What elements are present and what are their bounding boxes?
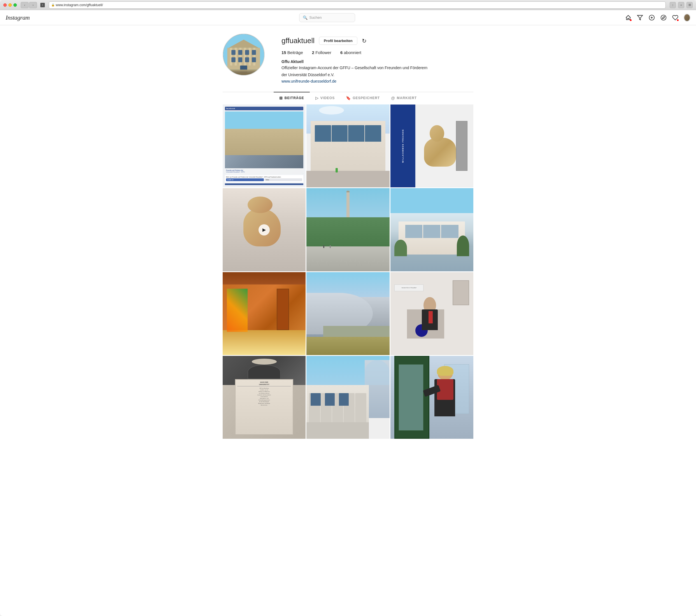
saved-tab-label: GESPEICHERT (353, 96, 380, 100)
profile-stats: 15 Beiträge 2 Follower 6 abonniert (282, 50, 473, 55)
url-text: www.instagram.com/gffuaktuell/ (56, 3, 103, 7)
tab-posts[interactable]: ⊞ BEITRÄGE (274, 92, 310, 103)
back-button[interactable]: ‹ (21, 2, 29, 8)
nav-avatar[interactable] (684, 14, 691, 21)
follower-count: 2 (312, 50, 314, 55)
profile-avatar (223, 34, 265, 76)
profile-display-name: Gffu Aktuell (282, 59, 473, 64)
share-button[interactable]: ↑ (670, 2, 676, 8)
svg-rect-25 (225, 71, 263, 72)
follower-stat[interactable]: 2 Follower (312, 50, 331, 55)
tab-saved[interactable]: 🔖 GESPEICHERT (340, 92, 385, 103)
grid-post-6[interactable] (391, 188, 473, 271)
videos-tab-label: VIDEOS (320, 96, 335, 100)
favicon: i (40, 3, 45, 7)
fb-post-image: Freunde und Förderer der Universität Düs… (225, 111, 303, 174)
industrie-club-sign: Industrie Club e.V. Düsseldorf (402, 287, 416, 288)
interior-post-content (223, 272, 305, 355)
nav-icons (625, 14, 691, 21)
fb-logo-area: Freunde und Förderer der Universität Düs… (225, 168, 303, 174)
play-button[interactable]: ▶ (258, 224, 270, 236)
tagged-tab-label: MARKIERT (397, 96, 417, 100)
ig-header: Instagram 🔍 Suchen (0, 10, 696, 25)
profile-bio-line2: der Universität Düsseldorf e.V. (282, 72, 473, 78)
grid-post-5[interactable] (306, 188, 389, 271)
fb-post-footer: Mehr von Freunde und Förderer der Univer… (225, 175, 303, 182)
forward-button[interactable]: › (29, 2, 37, 8)
tab-button[interactable]: ⊞ (686, 2, 693, 8)
filter-icon[interactable] (637, 14, 643, 21)
curved-building-content (306, 272, 389, 355)
search-placeholder: Suchen (309, 15, 321, 20)
lock-icon: 🔒 (51, 3, 54, 6)
close-button[interactable] (3, 3, 7, 7)
add-icon[interactable] (648, 14, 655, 21)
grid-post-7[interactable] (223, 272, 305, 355)
following-count: 6 (340, 50, 343, 55)
search-icon: 🔍 (303, 15, 307, 20)
instagram-page: Instagram 🔍 Suchen (0, 10, 696, 616)
svg-rect-20 (238, 58, 242, 62)
mac-titlebar: ‹ › i 🔒 www.instagram.com/gffuaktuell/ ↑… (0, 0, 696, 10)
garden-building (398, 222, 465, 255)
grid-post-8[interactable] (306, 272, 389, 355)
stone-post-content: HAUS DERUNIVERSITÄT 1867 als Backhaus er… (223, 356, 305, 439)
welcome-right-area (415, 104, 473, 187)
refresh-icon[interactable]: ↻ (362, 37, 367, 44)
fb-like-btn: Gefällt mir (226, 178, 264, 181)
home-notification-dot (630, 19, 632, 21)
grid-post-4[interactable]: ▶ (223, 188, 305, 271)
browser-right-controls: ↑ + ⊞ (670, 2, 693, 8)
maximize-button[interactable] (13, 3, 17, 7)
address-bar[interactable]: 🔒 www.instagram.com/gffuaktuell/ (49, 1, 666, 9)
avatar-image (223, 34, 264, 75)
fb-buttons: Gefällt mir Teilen (226, 178, 302, 181)
profile-bio-line1: Offizieller Instagram-Account der GFFU –… (282, 65, 473, 71)
heart-notification-dot (677, 19, 679, 21)
bookmark-button[interactable]: + (678, 2, 684, 8)
svg-rect-22 (252, 58, 256, 62)
grid-post-9[interactable]: Industrie Club e.V. Düsseldorf (391, 272, 473, 355)
minimize-button[interactable] (9, 3, 12, 7)
interior-door (277, 289, 289, 330)
svg-rect-19 (231, 58, 236, 62)
videos-tab-icon: ▷ (315, 96, 319, 100)
grid-post-1[interactable]: facebook Freunde und Förderer der Univer… (223, 104, 305, 187)
grid-post-10[interactable]: HAUS DERUNIVERSITÄT 1867 als Backhaus er… (223, 356, 305, 439)
profile-info: gffuaktuell Profil bearbeiten ↻ 15 Beitr… (282, 34, 473, 83)
profile-username: gffuaktuell (282, 36, 315, 45)
profile-tabs: ⊞ BEITRÄGE ▷ VIDEOS 🔖 GESPEICHERT @ MARK… (223, 92, 473, 103)
posts-tab-label: BEITRÄGE (285, 96, 304, 100)
tab-videos[interactable]: ▷ VIDEOS (310, 92, 340, 103)
welcome-door (456, 121, 468, 171)
posts-tab-icon: ⊞ (279, 96, 283, 100)
garden-post-content (391, 188, 473, 271)
fb-share-btn: Teilen (264, 178, 302, 181)
posts-stat: 15 Beiträge (282, 50, 303, 55)
profile-nav-icon[interactable] (684, 14, 691, 21)
grid-post-12[interactable] (391, 356, 473, 439)
svg-rect-24 (226, 70, 262, 71)
ig-content: gffuaktuell Profil bearbeiten ↻ 15 Beitr… (217, 25, 479, 439)
grid-post-2[interactable] (306, 104, 389, 187)
posts-count: 15 (282, 50, 286, 55)
fb-bottom-bar (225, 183, 303, 185)
home-icon[interactable] (625, 14, 632, 21)
svg-rect-17 (245, 50, 249, 55)
saved-tab-icon: 🔖 (346, 96, 351, 100)
heart-icon[interactable] (672, 14, 679, 21)
edit-profile-button[interactable]: Profil bearbeiten (319, 37, 358, 45)
svg-rect-21 (245, 58, 249, 62)
svg-rect-15 (231, 50, 236, 55)
grid-post-11[interactable] (306, 356, 389, 439)
mac-window: ‹ › i 🔒 www.instagram.com/gffuaktuell/ ↑… (0, 0, 696, 616)
profile-link[interactable]: www.unifreunde-duesseldorf.de (282, 79, 336, 83)
grid-post-3[interactable]: WILLKOMMEN FREUNDE (391, 104, 473, 187)
svg-marker-0 (637, 15, 643, 20)
tab-tagged[interactable]: @ MARKIERT (385, 92, 422, 103)
following-stat[interactable]: 6 abonniert (340, 50, 361, 55)
search-bar[interactable]: 🔍 Suchen (299, 13, 355, 22)
explore-icon[interactable] (660, 14, 667, 21)
tagged-tab-icon: @ (391, 96, 395, 100)
svg-rect-18 (252, 50, 256, 55)
